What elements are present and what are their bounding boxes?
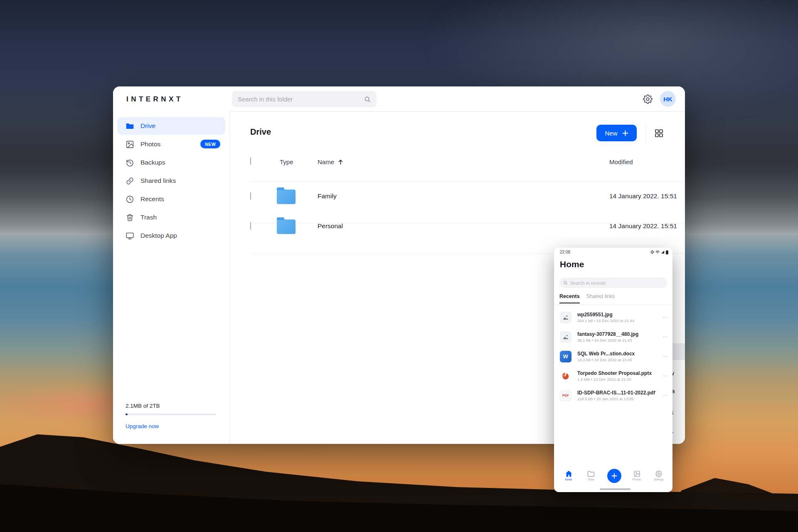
folder-icon (125, 121, 134, 131)
home-indicator (600, 488, 631, 490)
phone-search-field[interactable] (559, 278, 667, 288)
item-actions-button[interactable] (663, 356, 667, 357)
sidebar-item-backups[interactable]: Backups (117, 154, 225, 171)
ellipsis-icon (663, 317, 667, 318)
folder-icon (587, 470, 595, 477)
image-file-icon (560, 331, 571, 343)
list-item[interactable]: Torpedo Shooter Proposal.pptx 1.6 MB • 1… (554, 366, 672, 386)
file-table: Type Name Modified Size Actions Family 1… (250, 157, 685, 241)
phone-nav-home[interactable]: Home (559, 470, 578, 481)
phone-nav-drive[interactable]: Drive (582, 470, 600, 481)
phone-nav-photos[interactable]: Photos (628, 470, 646, 481)
file-modified: 14 January 2022. 15:51 (609, 192, 677, 200)
item-actions-button[interactable] (663, 395, 667, 396)
file-modified: 14 January 2022. 15:51 (609, 222, 677, 230)
phone-status-bar: 22:08 (560, 250, 668, 254)
sidebar-item-photos[interactable]: Photos NEW (117, 135, 225, 153)
item-actions-button[interactable] (663, 375, 667, 377)
item-actions-button[interactable] (663, 317, 667, 318)
table-row-personal[interactable]: Personal 14 January 2022. 15:51 — (250, 212, 685, 241)
desktop-icon (125, 231, 134, 240)
file-name[interactable]: Personal (318, 222, 343, 230)
wifi-icon (655, 250, 660, 254)
file-meta: 218.5 kB • 20 Jan 2022 at 13:05 (577, 397, 663, 401)
table-row-family[interactable]: Family 14 January 2022. 15:51 — (250, 182, 685, 212)
storage-usage-text: 2.1MB of 2TB (126, 403, 216, 409)
phone-tabs: Recents Shared links (559, 293, 672, 303)
home-icon (565, 470, 572, 477)
upgrade-link[interactable]: Upgrade now (126, 423, 159, 429)
phone-search-input[interactable] (570, 281, 663, 286)
sidebar-item-desktop-app[interactable]: Desktop App (117, 227, 225, 244)
signal-icon (661, 250, 665, 254)
pdf-file-icon: PDF (560, 390, 571, 401)
link-icon (125, 176, 134, 185)
sidebar-item-shared-links[interactable]: Shared links (117, 172, 225, 190)
file-meta: 19.3 kB • 10 Dec 2022 at 21:40 (577, 357, 663, 362)
table-header: Type Name Modified Size Actions (250, 157, 685, 170)
phone-page-title: Home (560, 259, 584, 269)
row-checkbox[interactable] (250, 222, 251, 230)
photos-icon (633, 470, 640, 477)
sidebar-item-label: Drive (140, 122, 155, 130)
file-name[interactable]: Family (318, 192, 337, 200)
file-name: fantasy-3077928__480.jpg (577, 331, 663, 337)
column-header-name[interactable]: Name (318, 158, 343, 165)
sidebar-item-label: Desktop App (140, 232, 177, 239)
select-all-checkbox[interactable] (250, 157, 251, 165)
ppt-file-icon (560, 370, 571, 382)
divider (554, 305, 672, 305)
tab-recents[interactable]: Recents (559, 293, 580, 303)
grid-view-icon[interactable] (655, 129, 663, 138)
sort-asc-icon (338, 159, 343, 165)
sidebar-nav: Drive Photos NEW (113, 111, 229, 244)
sidebar-item-trash[interactable]: Trash (117, 209, 225, 226)
column-header-type[interactable]: Type (280, 158, 293, 165)
sidebar-item-drive[interactable]: Drive (117, 117, 225, 135)
add-button[interactable] (607, 469, 621, 483)
folder-type-icon (277, 219, 296, 234)
file-meta: 39.1 kB • 10 Dec 2022 at 21:43 (577, 338, 663, 342)
divider (645, 124, 646, 142)
phone-file-list: wp2559551.jpg 264.1 kB • 10 Dec 2022 at … (554, 308, 672, 405)
column-header-modified[interactable]: Modified (609, 158, 633, 165)
folder-search-field[interactable] (232, 91, 377, 107)
storage-usage: 2.1MB of 2TB Upgrade now (126, 403, 216, 430)
folder-type-icon (277, 190, 296, 204)
sidebar-item-label: Trash (140, 214, 157, 221)
list-item[interactable]: PDF ID-SDP-BRAC-IS...11-01-2022.pdf 218.… (554, 386, 672, 405)
list-item[interactable]: wp2559551.jpg 264.1 kB • 10 Dec 2022 at … (554, 308, 672, 327)
ellipsis-icon (663, 356, 667, 357)
search-icon (563, 281, 568, 285)
search-input[interactable] (232, 96, 364, 103)
sidebar-item-label: Recents (140, 195, 164, 203)
battery-icon (666, 250, 668, 254)
ellipsis-icon (663, 375, 667, 377)
phone-nav-settings[interactable]: Settings (650, 470, 668, 481)
search-icon (364, 96, 371, 103)
settings-gear-icon[interactable] (643, 94, 653, 104)
tab-shared-links[interactable]: Shared links (586, 293, 615, 303)
phone-clock: 22:08 (560, 250, 570, 254)
file-meta: 1.6 MB • 10 Dec 2022 at 21:40 (577, 377, 663, 382)
topbar: INTERNXT HK (113, 86, 685, 111)
sidebar: Drive Photos NEW (113, 111, 230, 444)
sidebar-item-recents[interactable]: Recents (117, 190, 225, 208)
sidebar-item-label: Photos (140, 140, 160, 148)
clock-icon (125, 195, 134, 204)
avatar[interactable]: HK (660, 91, 676, 107)
backups-icon (125, 158, 134, 167)
gear-icon (655, 470, 662, 477)
row-checkbox[interactable] (250, 192, 251, 200)
internxt-logo: INTERNXT (126, 95, 183, 103)
new-button[interactable]: New (596, 125, 637, 141)
vibrate-icon (650, 250, 654, 254)
sidebar-item-label: Backups (140, 159, 165, 166)
sidebar-item-label: Shared links (140, 177, 176, 185)
list-item[interactable]: W SQL Web Pr...stion.docx 19.3 kB • 10 D… (554, 347, 672, 366)
list-item[interactable]: fantasy-3077928__480.jpg 39.1 kB • 10 De… (554, 327, 672, 347)
item-actions-button[interactable] (663, 336, 667, 337)
image-file-icon (560, 312, 571, 323)
new-badge: NEW (200, 140, 220, 148)
topbar-actions: HK (643, 86, 676, 111)
